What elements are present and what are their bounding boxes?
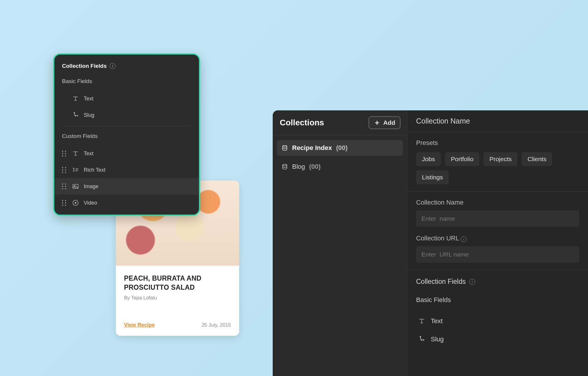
slug-icon — [72, 112, 79, 119]
collections-sidebar: Collections + Add Recipe Index (00) Blog… — [273, 110, 407, 376]
collection-fields-title: Collection Fields — [416, 278, 466, 286]
divider — [62, 126, 191, 127]
drag-handle-icon[interactable] — [62, 151, 67, 156]
field-item-video[interactable]: Video — [54, 195, 199, 211]
basic-fields-label: Basic Fields — [54, 78, 199, 90]
rich-text-icon — [72, 166, 79, 173]
collection-item-count: (00) — [336, 144, 348, 152]
add-button-label: Add — [383, 119, 395, 126]
text-icon — [72, 150, 79, 157]
database-icon — [282, 163, 288, 170]
presets-label: Presets — [416, 139, 579, 147]
drag-handle-icon[interactable] — [62, 200, 67, 206]
text-icon — [72, 95, 79, 102]
svg-point-6 — [283, 164, 287, 166]
collection-url-input[interactable] — [416, 246, 579, 263]
field-item-custom-text[interactable]: Text — [54, 145, 199, 162]
field-item-label: Rich Text — [84, 167, 105, 173]
plus-icon: + — [374, 119, 380, 126]
field-item-text[interactable]: Text — [54, 90, 199, 107]
basic-fields-label: Basic Fields — [416, 296, 579, 304]
field-item-label: Text — [431, 317, 443, 325]
field-item-slug[interactable]: Slug — [54, 107, 199, 123]
collection-item-blog[interactable]: Blog (00) — [277, 159, 403, 175]
database-icon — [282, 145, 288, 151]
drag-handle-icon[interactable] — [62, 167, 67, 173]
add-collection-button[interactable]: + Add — [368, 116, 401, 129]
collection-name-input[interactable] — [416, 210, 579, 227]
collection-url-label: Collection URL i — [416, 235, 579, 242]
preset-jobs[interactable]: Jobs — [416, 152, 441, 166]
collection-item-count: (00) — [309, 163, 321, 171]
svg-point-8 — [423, 340, 424, 340]
video-icon — [72, 199, 79, 206]
basic-field-text[interactable]: Text — [416, 312, 579, 330]
collection-item-name: Blog — [292, 163, 305, 171]
info-icon[interactable]: i — [110, 63, 115, 69]
recipe-title: PEACH, BURRATA AND PROSCIUTTO SALAD — [124, 274, 231, 292]
field-item-label: Text — [84, 151, 93, 157]
panel-title: Collection Fields — [62, 63, 107, 69]
collection-fields-panel: Collection Fields i Basic Fields Text Sl… — [53, 53, 200, 216]
custom-fields-label: Custom Fields — [54, 133, 199, 145]
collection-item-recipe-index[interactable]: Recipe Index (00) — [277, 140, 403, 156]
preset-portfolio[interactable]: Portfolio — [445, 152, 479, 166]
preset-projects[interactable]: Projects — [483, 152, 517, 166]
field-item-rich-text[interactable]: Rich Text — [54, 162, 199, 178]
image-icon — [72, 183, 79, 190]
recipe-date: 25 July, 2015 — [202, 322, 231, 328]
field-item-label: Video — [84, 200, 97, 206]
collection-item-name: Recipe Index — [292, 144, 332, 152]
text-icon — [418, 317, 425, 325]
field-item-label: Image — [84, 183, 98, 190]
svg-point-5 — [283, 146, 287, 147]
recipe-author: By Tepa Lofalu — [124, 295, 231, 301]
drag-handle-icon[interactable] — [62, 183, 67, 189]
field-item-label: Slug — [84, 112, 94, 118]
info-icon[interactable]: i — [469, 279, 475, 285]
collections-title: Collections — [280, 118, 324, 127]
field-item-label: Text — [84, 96, 93, 102]
basic-field-slug[interactable]: Slug — [416, 330, 579, 348]
view-recipe-link[interactable]: View Recipe — [124, 322, 155, 328]
svg-point-1 — [77, 115, 78, 116]
slug-icon — [418, 335, 425, 343]
field-item-label: Slug — [431, 335, 444, 343]
preset-listings[interactable]: Listings — [416, 170, 449, 184]
editor-header: Collection Name — [407, 110, 588, 132]
collections-panel: Collections + Add Recipe Index (00) Blog… — [273, 110, 588, 376]
collection-editor: Collection Name Presets Jobs Portfolio P… — [407, 110, 588, 376]
field-item-image[interactable]: Image — [54, 178, 199, 195]
collection-name-label: Collection Name — [416, 199, 579, 206]
preset-clients[interactable]: Clients — [522, 152, 552, 166]
info-icon[interactable]: i — [461, 236, 467, 242]
